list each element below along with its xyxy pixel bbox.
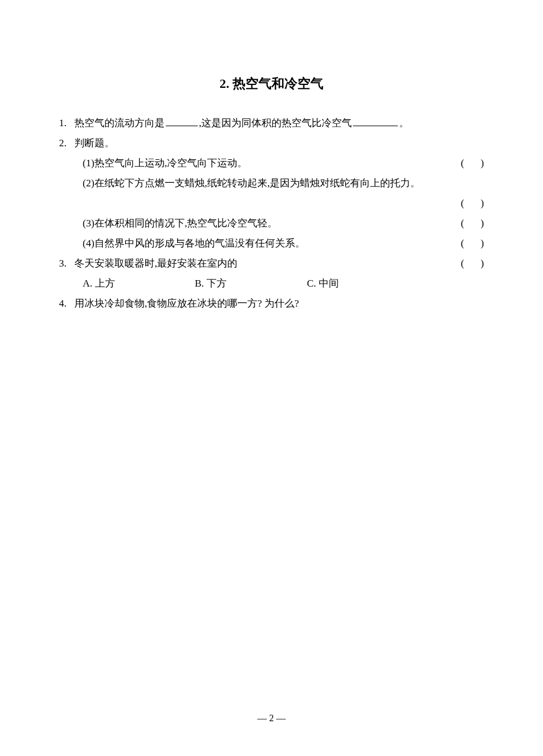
question-4: 4. 用冰块冷却食物,食物应放在冰块的哪一方? 为什么? xyxy=(59,294,484,314)
q1-blank-1[interactable] xyxy=(166,116,198,126)
q3-option-a[interactable]: A. 上方 xyxy=(83,274,195,294)
q2-item-2-parenline: () xyxy=(59,193,484,213)
q3-option-c[interactable]: C. 中间 xyxy=(307,274,419,294)
q2-item-1: (1)热空气向上运动,冷空气向下运动。 () xyxy=(59,153,484,173)
question-4-text: 用冰块冷却食物,食物应放在冰块的哪一方? 为什么? xyxy=(74,294,484,314)
question-1-body: 热空气的流动方向是,这是因为同体积的热空气比冷空气。 xyxy=(74,113,484,133)
q1-text-pre: 热空气的流动方向是 xyxy=(74,117,165,129)
q1-blank-2[interactable] xyxy=(353,116,398,126)
q2-item-3-paren[interactable]: () xyxy=(461,213,484,234)
q2-item-2-paren[interactable]: () xyxy=(461,193,484,213)
question-4-number: 4. xyxy=(59,294,74,314)
q2-item-2-text: (2)在纸蛇下方点燃一支蜡烛,纸蛇转动起来,是因为蜡烛对纸蛇有向上的托力。 xyxy=(83,178,420,189)
q1-text-mid: ,这是因为同体积的热空气比冷空气 xyxy=(199,117,352,129)
q3-option-b[interactable]: B. 下方 xyxy=(195,274,307,294)
q2-item-4-paren[interactable]: () xyxy=(461,234,484,254)
q2-item-3: (3)在体积相同的情况下,热空气比冷空气轻。 () xyxy=(59,213,484,234)
q2-item-4: (4)自然界中风的形成与各地的气温没有任何关系。 () xyxy=(59,234,484,254)
q2-item-1-text: (1)热空气向上运动,冷空气向下运动。 xyxy=(83,157,247,169)
q2-item-4-text: (4)自然界中风的形成与各地的气温没有任何关系。 xyxy=(83,238,305,249)
question-3-options: A. 上方 B. 下方 C. 中间 xyxy=(59,274,484,294)
q3-paren[interactable]: () xyxy=(461,254,484,274)
page-number: — 2 — xyxy=(0,709,543,728)
question-2: 2. 判断题。 xyxy=(59,133,484,153)
q2-item-3-text: (3)在体积相同的情况下,热空气比冷空气轻。 xyxy=(83,218,277,229)
question-3-number: 3. xyxy=(59,254,74,274)
question-1-number: 1. xyxy=(59,113,74,133)
page-title: 2. 热空气和冷空气 xyxy=(59,71,484,97)
question-2-label: 判断题。 xyxy=(74,133,484,153)
question-3: 3. 冬天安装取暖器时,最好安装在室内的 () xyxy=(59,254,484,274)
question-3-text: 冬天安装取暖器时,最好安装在室内的 xyxy=(74,254,451,274)
question-1: 1. 热空气的流动方向是,这是因为同体积的热空气比冷空气。 xyxy=(59,113,484,133)
q2-item-1-paren[interactable]: () xyxy=(461,153,484,173)
question-2-number: 2. xyxy=(59,133,74,153)
q1-text-end: 。 xyxy=(399,117,409,129)
q2-item-2: (2)在纸蛇下方点燃一支蜡烛,纸蛇转动起来,是因为蜡烛对纸蛇有向上的托力。 xyxy=(59,173,484,193)
